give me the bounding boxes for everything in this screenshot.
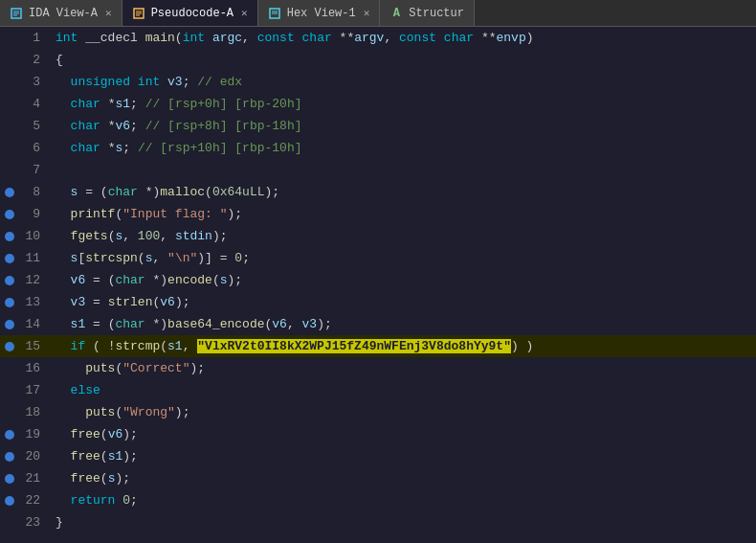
line-content-13: v3 = strlen(v6); (48, 295, 756, 309)
line-content-14: s1 = (char *)base64_encode(v6, v3); (48, 317, 756, 331)
tab-icon-struct: A (389, 7, 403, 20)
line-dot-15 (0, 342, 19, 351)
line-num-16: 16 (19, 361, 48, 375)
line-content-8: s = (char *)malloc(0x64uLL); (48, 185, 756, 199)
code-line-17: 17 else (0, 379, 756, 401)
tab-ida-view-a[interactable]: IDA View-A ✕ (0, 0, 122, 26)
code-line-2: 2 { (0, 49, 756, 71)
tab-structur[interactable]: A Structur (380, 0, 475, 26)
tab-pseudocode-a[interactable]: Pseudocode-A ✕ (122, 0, 258, 26)
line-dot-13 (0, 298, 19, 307)
line-content-18: puts("Wrong"); (48, 405, 756, 419)
line-content-4: char *s1; // [rsp+0h] [rbp-20h] (48, 97, 756, 111)
tab-label-struct: Structur (409, 7, 464, 20)
line-num-4: 4 (19, 97, 48, 111)
line-content-19: free(v6); (48, 427, 756, 441)
code-line-8: 8 s = (char *)malloc(0x64uLL); (0, 181, 756, 203)
line-content-6: char *s; // [rsp+10h] [rbp-10h] (48, 141, 756, 155)
tab-icon-ida (10, 7, 23, 20)
line-num-15: 15 (19, 339, 48, 353)
line-dot-21 (0, 474, 19, 484)
line-content-7 (48, 163, 756, 177)
line-num-23: 23 (19, 515, 48, 530)
tab-close-pseudo[interactable]: ✕ (241, 7, 248, 19)
line-content-16: puts("Correct"); (48, 361, 756, 375)
line-num-7: 7 (19, 163, 48, 177)
line-num-1: 1 (19, 31, 48, 45)
code-line-15: 15 if ( !strcmp(s1, "VlxRV2t0II8kX2WPJ15… (0, 335, 756, 357)
line-num-3: 3 (19, 75, 48, 89)
code-line-12: 12 v6 = (char *)encode(s); (0, 269, 756, 291)
code-line-16: 16 puts("Correct"); (0, 357, 756, 379)
line-num-21: 21 (19, 471, 48, 486)
line-num-22: 22 (19, 493, 48, 508)
code-line-19: 19 free(v6); (0, 423, 756, 445)
tab-hex-view-1[interactable]: Hex View-1 ✕ (258, 0, 381, 26)
code-line-20: 20 free(s1); (0, 445, 756, 467)
line-num-11: 11 (19, 251, 48, 265)
line-num-18: 18 (19, 405, 48, 419)
code-line-22: 22 return 0; (0, 489, 756, 511)
line-content-9: printf("Input flag: "); (48, 207, 756, 221)
code-line-23: 23 } (0, 511, 756, 533)
line-num-20: 20 (19, 449, 48, 464)
code-line-13: 13 v3 = strlen(v6); (0, 291, 756, 313)
line-num-19: 19 (19, 427, 48, 441)
code-line-6: 6 char *s; // [rsp+10h] [rbp-10h] (0, 137, 756, 159)
code-line-21: 21 free(s); (0, 467, 756, 489)
line-dot-22 (0, 496, 19, 506)
line-dot-8 (0, 188, 19, 197)
line-content-1: int __cdecl main(int argc, const char **… (48, 31, 756, 45)
line-content-20: free(s1); (48, 449, 756, 464)
tab-icon-hex (268, 7, 281, 20)
line-dot-14 (0, 320, 19, 329)
line-dot-12 (0, 276, 19, 285)
line-dot-20 (0, 452, 19, 462)
line-content-23: } (48, 515, 756, 530)
code-line-7: 7 (0, 159, 756, 181)
line-num-10: 10 (19, 229, 48, 243)
tab-bar: IDA View-A ✕ Pseudocode-A ✕ Hex View-1 ✕… (0, 0, 756, 27)
code-line-14: 14 s1 = (char *)base64_encode(v6, v3); (0, 313, 756, 335)
line-content-12: v6 = (char *)encode(s); (48, 273, 756, 287)
tab-label-ida: IDA View-A (29, 7, 98, 20)
line-content-15: if ( !strcmp(s1, "VlxRV2t0II8kX2WPJ15fZ4… (48, 339, 756, 353)
tab-label-hex: Hex View-1 (287, 7, 356, 20)
tab-label-pseudo: Pseudocode-A (151, 7, 233, 20)
line-content-17: else (48, 383, 756, 397)
line-num-8: 8 (19, 185, 48, 199)
code-line-3: 3 unsigned int v3; // edx (0, 71, 756, 93)
line-num-6: 6 (19, 141, 48, 155)
line-content-10: fgets(s, 100, stdin); (48, 229, 756, 243)
code-line-10: 10 fgets(s, 100, stdin); (0, 225, 756, 247)
line-content-11: s[strcspn(s, "\n")] = 0; (48, 251, 756, 265)
tab-close-hex[interactable]: ✕ (364, 7, 370, 19)
line-dot-11 (0, 254, 19, 263)
code-line-5: 5 char *v6; // [rsp+8h] [rbp-18h] (0, 115, 756, 137)
line-num-17: 17 (19, 383, 48, 397)
line-num-2: 2 (19, 53, 48, 67)
code-area[interactable]: 1 int __cdecl main(int argc, const char … (0, 27, 756, 543)
code-line-9: 9 printf("Input flag: "); (0, 203, 756, 225)
line-content-22: return 0; (48, 493, 756, 508)
line-dot-10 (0, 232, 19, 241)
line-num-12: 12 (19, 273, 48, 287)
code-line-1: 1 int __cdecl main(int argc, const char … (0, 27, 756, 49)
line-content-21: free(s); (48, 471, 756, 486)
code-line-4: 4 char *s1; // [rsp+0h] [rbp-20h] (0, 93, 756, 115)
line-num-5: 5 (19, 119, 48, 133)
line-num-14: 14 (19, 317, 48, 331)
tab-icon-pseudo (132, 7, 145, 20)
code-line-11: 11 s[strcspn(s, "\n")] = 0; (0, 247, 756, 269)
line-dot-19 (0, 430, 19, 440)
code-line-18: 18 puts("Wrong"); (0, 401, 756, 423)
line-num-9: 9 (19, 207, 48, 221)
line-content-3: unsigned int v3; // edx (48, 75, 756, 89)
line-content-2: { (48, 53, 756, 67)
line-dot-9 (0, 210, 19, 219)
tab-close-ida[interactable]: ✕ (105, 7, 112, 19)
line-content-5: char *v6; // [rsp+8h] [rbp-18h] (48, 119, 756, 133)
line-num-13: 13 (19, 295, 48, 309)
